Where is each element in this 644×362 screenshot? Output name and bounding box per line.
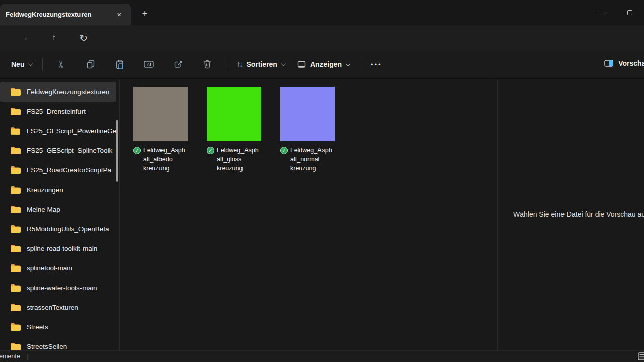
forward-button[interactable]: → xyxy=(17,31,31,45)
tab-title: FeldwegKreuzungstexturen xyxy=(6,11,113,18)
folder-icon xyxy=(10,166,21,174)
folder-icon xyxy=(10,342,21,351)
sidebar-item-kreuzungen[interactable]: Kreuzungen xyxy=(0,180,116,200)
chevron-down-icon xyxy=(281,61,286,66)
sidebar-item-spline-water-tools[interactable]: spline-water-tools-main xyxy=(0,278,116,298)
refresh-button[interactable]: ↻ xyxy=(76,31,91,45)
texture-thumbnail xyxy=(133,87,188,141)
sort-button-label: Sortieren xyxy=(246,60,277,68)
copy-button[interactable] xyxy=(78,55,103,74)
item-count-text: emente xyxy=(0,353,20,360)
sidebar-item-feldwegkreuzungstexturen[interactable]: FeldwegKreuzungstexturen xyxy=(0,82,116,102)
folder-icon xyxy=(10,186,21,194)
app-body: FeldwegKreuzungstexturen FS25_Drensteinf… xyxy=(0,79,644,350)
texture-thumbnail xyxy=(280,87,335,141)
file-list: ✓ Feldweg_Asph alt_albedo kreuzung ✓ Fel… xyxy=(120,79,497,350)
preview-pane-toggle[interactable]: Vorschau xyxy=(599,55,644,71)
folder-icon xyxy=(10,284,21,292)
view-button-label: Anzeigen xyxy=(310,60,342,68)
new-button[interactable]: Neu xyxy=(5,56,38,72)
sidebar-item-fs25-gescript-splinetoolkit[interactable]: FS25_GEScript_SplineToolk xyxy=(0,141,116,160)
folder-icon xyxy=(10,127,20,135)
chevron-down-icon xyxy=(28,61,33,66)
minimize-button[interactable] xyxy=(588,0,616,25)
sidebar-item-fs25-drensteinfurt[interactable]: FS25_Drensteinfurt xyxy=(0,102,116,121)
file-name: Feldweg_Asph alt_albedo kreuzung xyxy=(143,146,185,173)
sidebar-item-strassentexturen[interactable]: strassenTexturen xyxy=(0,298,116,317)
window-controls xyxy=(588,0,644,25)
file-tile-normal[interactable]: ✓ Feldweg_Asph alt_normal kreuzung xyxy=(280,87,335,173)
folder-icon xyxy=(10,107,21,116)
toolbar-divider xyxy=(226,58,226,71)
sidebar-item-spline-road-toolkit[interactable]: spline-road-toolkit-main xyxy=(0,239,116,258)
folder-icon xyxy=(10,205,21,214)
sidebar-item-r5moddingutils[interactable]: R5ModdingUtils_OpenBeta xyxy=(0,219,116,239)
view-icon xyxy=(297,61,306,68)
new-button-label: Neu xyxy=(11,60,24,68)
title-bar: FeldwegKreuzungstexturen × + xyxy=(0,0,644,25)
file-caption: ✓ Feldweg_Asph alt_gloss kreuzung xyxy=(207,146,261,173)
sidebar-item-fs25-gescript-powerline[interactable]: FS25_GEScript_PowerlineGe xyxy=(0,121,116,141)
status-separator: | xyxy=(27,353,29,360)
delete-button[interactable] xyxy=(195,55,220,74)
share-icon xyxy=(174,60,183,69)
toolbar-divider xyxy=(360,58,360,71)
more-options-button[interactable]: ••• xyxy=(366,55,386,74)
file-name: Feldweg_Asph alt_normal kreuzung xyxy=(290,146,332,173)
cut-button[interactable]: ✂ xyxy=(49,55,74,74)
texture-thumbnail xyxy=(207,87,261,141)
onedrive-synced-icon: ✓ xyxy=(207,147,214,154)
details-view-icon xyxy=(638,352,644,360)
maximize-icon xyxy=(627,10,632,15)
file-name: Feldweg_Asph alt_gloss kreuzung xyxy=(217,146,259,173)
toolbar-divider xyxy=(42,58,43,71)
folder-icon xyxy=(10,87,21,96)
rename-button[interactable]: A xyxy=(136,55,162,74)
onedrive-synced-icon: ✓ xyxy=(280,147,288,154)
sidebar-item-streets[interactable]: Streets xyxy=(0,317,116,337)
maximize-button[interactable] xyxy=(616,0,644,25)
preview-pane-icon xyxy=(604,60,613,67)
view-button[interactable]: Anzeigen xyxy=(291,56,356,72)
svg-text:A: A xyxy=(147,62,150,67)
navigation-bar: → ↑ ↻ OneDrive › Björn – Persönlich › De… xyxy=(0,25,644,50)
sidebar-item-fs25-roadcreatorscript[interactable]: FS25_RoadCreatorScriptPa xyxy=(0,160,116,180)
share-button[interactable] xyxy=(166,55,191,74)
preview-pane: Wählen Sie eine Datei für die Vorschau a… xyxy=(497,79,644,350)
file-caption: ✓ Feldweg_Asph alt_albedo kreuzung xyxy=(133,146,188,173)
details-view-button[interactable] xyxy=(638,352,644,360)
paste-icon xyxy=(115,60,124,69)
folder-icon xyxy=(10,225,21,233)
sidebar-scrollbar[interactable] xyxy=(116,120,118,182)
chevron-down-icon xyxy=(346,61,351,66)
explorer-tab[interactable]: FeldwegKreuzungstexturen × xyxy=(0,4,131,25)
folder-icon xyxy=(10,146,21,155)
file-caption: ✓ Feldweg_Asph alt_normal kreuzung xyxy=(280,146,335,173)
new-tab-button[interactable]: + xyxy=(138,7,152,21)
sidebar-item-meine-map[interactable]: Meine Map xyxy=(0,200,116,219)
rename-icon: A xyxy=(144,60,154,68)
preview-pane-label: Vorschau xyxy=(618,59,644,67)
folder-icon xyxy=(10,303,21,312)
sidebar-item-splinetool-main[interactable]: splinetool-main xyxy=(0,258,116,278)
command-bar: Neu ✂ A xyxy=(0,50,644,79)
sort-button[interactable]: ↑↓ Sortieren xyxy=(230,56,291,73)
copy-icon xyxy=(86,60,95,69)
tab-close-icon[interactable]: × xyxy=(113,8,126,21)
up-button[interactable]: ↑ xyxy=(47,31,61,45)
status-bar: emente | xyxy=(0,350,644,362)
folder-icon xyxy=(10,244,21,253)
preview-placeholder-text: Wählen Sie eine Datei für die Vorschau a… xyxy=(513,210,644,218)
cut-icon: ✂ xyxy=(56,60,67,68)
file-tile-albedo[interactable]: ✓ Feldweg_Asph alt_albedo kreuzung xyxy=(133,87,188,173)
folder-icon xyxy=(10,264,21,273)
trash-icon xyxy=(203,60,211,69)
sort-icon: ↑↓ xyxy=(236,60,242,69)
file-tile-gloss[interactable]: ✓ Feldweg_Asph alt_gloss kreuzung xyxy=(207,87,261,173)
onedrive-synced-icon: ✓ xyxy=(133,147,141,154)
sidebar: FeldwegKreuzungstexturen FS25_Drensteinf… xyxy=(0,79,120,350)
paste-button[interactable] xyxy=(107,55,132,74)
more-options-icon: ••• xyxy=(371,61,382,68)
minimize-icon xyxy=(599,13,605,13)
folder-icon xyxy=(10,323,21,331)
